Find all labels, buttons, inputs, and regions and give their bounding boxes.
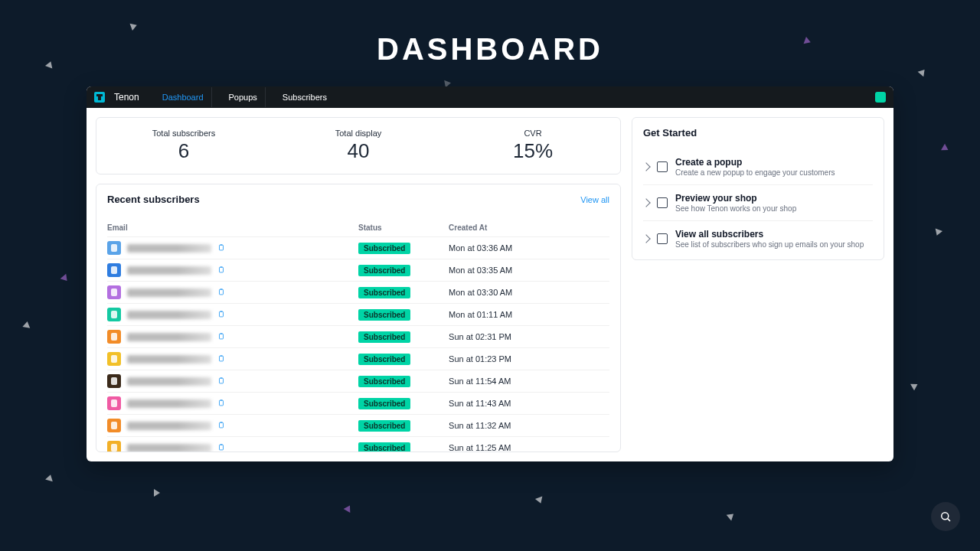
stat-label: CVR <box>446 129 620 138</box>
table-row[interactable]: Subscribed Sun at 01:23 PM <box>107 348 609 370</box>
copy-icon[interactable] <box>217 243 225 253</box>
item-title: View all subscribers <box>675 229 873 240</box>
svg-point-10 <box>942 513 949 520</box>
svg-rect-1 <box>220 267 224 272</box>
content-area: Total subscribers 6 Total display 40 CVR… <box>87 108 893 461</box>
created-at: Mon at 03:36 AM <box>449 243 609 253</box>
copy-icon[interactable] <box>217 399 225 408</box>
item-subtitle: See list of subscribers who sign up emai… <box>675 240 873 249</box>
created-at: Sun at 02:31 PM <box>449 332 609 341</box>
get-started-item[interactable]: Create a popup Create a new popup to eng… <box>643 149 873 185</box>
nav-dashboard[interactable]: Dashboard <box>155 87 212 107</box>
created-at: Sun at 11:54 AM <box>449 377 609 386</box>
table-row[interactable]: Subscribed Mon at 03:36 AM <box>107 237 609 259</box>
email-redacted <box>127 355 211 364</box>
copy-icon[interactable] <box>217 266 225 275</box>
col-email-header: Email <box>107 223 358 232</box>
item-subtitle: See how Tenon works on your shop <box>675 204 873 213</box>
stat-label: Total subscribers <box>96 129 271 138</box>
copy-icon[interactable] <box>217 421 225 430</box>
svg-rect-9 <box>220 445 224 450</box>
copy-icon[interactable] <box>217 377 225 386</box>
status-badge: Subscribed <box>358 331 410 343</box>
email-redacted <box>127 289 211 297</box>
table-row[interactable]: Subscribed Sun at 11:32 AM <box>107 415 609 437</box>
created-at: Mon at 03:30 AM <box>449 288 609 297</box>
svg-line-11 <box>948 519 950 521</box>
status-badge: Subscribed <box>358 442 410 453</box>
recent-subscribers-card: Recent subscribers View all Email Status… <box>96 184 621 452</box>
nav-subscribers[interactable]: Subscribers <box>275 87 335 107</box>
email-redacted <box>127 377 211 386</box>
svg-rect-5 <box>220 356 224 361</box>
item-title: Create a popup <box>675 157 873 168</box>
copy-icon[interactable] <box>217 354 225 364</box>
table-row[interactable]: Subscribed Mon at 03:30 AM <box>107 282 609 304</box>
status-badge: Subscribed <box>358 398 410 409</box>
stat-value: 6 <box>96 139 271 163</box>
table-row[interactable]: Subscribed Sun at 02:31 PM <box>107 326 609 348</box>
page-title: DASHBOARD <box>377 32 603 67</box>
svg-rect-8 <box>220 422 224 428</box>
avatar <box>107 396 121 410</box>
navbar: Tenon Dashboard Popups Subscribers <box>87 86 893 108</box>
get-started-item[interactable]: Preview your shop See how Tenon works on… <box>643 185 873 221</box>
table-header: Email Status Created At <box>107 219 609 237</box>
created-at: Sun at 01:23 PM <box>449 354 609 364</box>
avatar <box>107 308 121 321</box>
created-at: Sun at 11:32 AM <box>449 421 609 430</box>
item-icon <box>657 161 668 172</box>
view-all-link[interactable]: View all <box>580 195 609 204</box>
stat-label: Total display <box>271 129 446 138</box>
table-row[interactable]: Subscribed Mon at 01:11 AM <box>107 304 609 326</box>
avatar <box>107 285 121 299</box>
item-icon <box>657 233 668 244</box>
stat-value: 40 <box>271 139 446 163</box>
nav-popups[interactable]: Popups <box>221 87 266 107</box>
email-redacted <box>127 244 211 253</box>
table-row[interactable]: Subscribed Sun at 11:25 AM <box>107 437 609 452</box>
avatar <box>107 330 121 344</box>
table-row[interactable]: Subscribed Mon at 03:35 AM <box>107 259 609 282</box>
svg-rect-7 <box>220 400 224 406</box>
copy-icon[interactable] <box>217 310 225 319</box>
stat-value: 15% <box>446 139 620 163</box>
email-redacted <box>127 399 211 408</box>
logo-icon <box>94 92 105 103</box>
status-badge: Subscribed <box>358 354 410 365</box>
table-row[interactable]: Subscribed Sun at 11:54 AM <box>107 370 609 393</box>
status-badge: Subscribed <box>358 265 410 276</box>
item-title: Preview your shop <box>675 193 873 204</box>
avatar <box>107 374 121 388</box>
email-redacted <box>127 266 211 275</box>
email-redacted <box>127 422 211 430</box>
get-started-item[interactable]: View all subscribers See list of subscri… <box>643 221 873 256</box>
avatar <box>107 241 121 255</box>
email-redacted <box>127 311 211 319</box>
table-row[interactable]: Subscribed Sun at 11:43 AM <box>107 393 609 415</box>
help-chat-button[interactable] <box>931 502 960 531</box>
get-started-card: Get Started Create a popup Create a new … <box>632 117 884 260</box>
stat-cvr: CVR 15% <box>446 129 620 163</box>
copy-icon[interactable] <box>217 443 225 452</box>
copy-icon[interactable] <box>217 332 225 341</box>
stat-total-display: Total display 40 <box>271 129 446 163</box>
email-redacted <box>127 333 211 341</box>
status-badge: Subscribed <box>358 287 410 298</box>
svg-rect-4 <box>220 334 224 339</box>
svg-rect-0 <box>220 245 224 250</box>
item-icon <box>657 197 668 208</box>
recent-subscribers-title: Recent subscribers <box>107 194 200 205</box>
chevron-right-icon <box>642 234 650 243</box>
email-redacted <box>127 444 211 452</box>
brand-name: Tenon <box>114 92 139 103</box>
col-created-header: Created At <box>449 223 609 232</box>
status-badge: Subscribed <box>358 420 410 432</box>
copy-icon[interactable] <box>217 288 225 297</box>
account-icon[interactable] <box>875 92 886 103</box>
created-at: Sun at 11:25 AM <box>449 443 609 452</box>
status-badge: Subscribed <box>358 243 410 254</box>
avatar <box>107 419 121 432</box>
item-subtitle: Create a new popup to engage your custom… <box>675 168 873 177</box>
avatar <box>107 352 121 366</box>
